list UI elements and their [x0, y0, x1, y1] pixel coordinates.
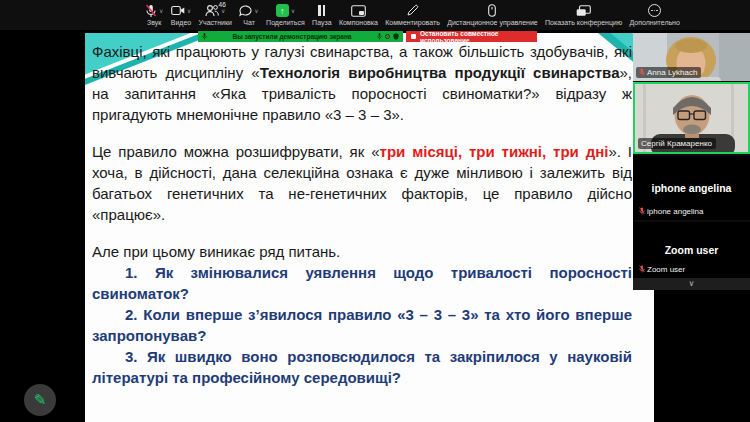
more-label: Дополнительно [630, 19, 680, 26]
layout-label: Компоновка [339, 19, 378, 26]
annotate-pencil-icon [406, 4, 419, 17]
remote-control-mouse-icon [488, 4, 496, 17]
remote-control-label: Дистанционное управление [447, 19, 538, 26]
muted-mic-icon [639, 265, 645, 273]
participants-button[interactable]: 46 ∨ Участники [199, 3, 232, 26]
share-label: Поделиться [266, 19, 305, 26]
stop-icon [411, 34, 416, 39]
annotate-fab-button[interactable]: ✎ [24, 384, 56, 416]
paragraph-text: Але при цьому виникає ряд питань. [92, 243, 340, 260]
zoom-meeting-window: ∨ Звук ∨ Видео 46 [0, 0, 750, 422]
share-button[interactable]: ↑ ∨ Поделиться [266, 3, 305, 26]
pause-button[interactable]: Пауза [312, 3, 331, 26]
participant-tile[interactable]: Zoom user Zoom user [633, 222, 750, 278]
pencil-icon: ✎ [34, 391, 47, 409]
more-button[interactable]: Дополнительно [630, 3, 680, 26]
sharing-status-banner: Вы запустили демонстрацию экрана [198, 31, 403, 42]
paragraph-red-text: три місяці, три тижні, три дні [380, 143, 609, 160]
chat-label: Чат [243, 19, 255, 26]
show-conference-button[interactable]: Показать конференцию [545, 3, 622, 26]
share-screen-icon: ↑ [276, 4, 289, 17]
chevron-down-icon: ∨ [689, 280, 695, 288]
chevron-down-icon[interactable]: ∨ [159, 8, 163, 14]
pause-icon [318, 5, 325, 16]
annotate-button[interactable]: Комментировать [385, 3, 440, 26]
mic-icon [202, 33, 207, 40]
sidebar-scroll-more[interactable]: ∨ [633, 278, 750, 290]
shared-screen-slide: Фахівці, які працюють у галузі свинарств… [85, 33, 654, 422]
paragraph-bold-text: Технологія виробництва продукції свинарс… [260, 64, 620, 81]
muted-mic-icon [639, 207, 645, 215]
participant-name-label: Anna Lykhach [636, 67, 701, 79]
paragraph: Фахівці, які працюють у галузі свинарств… [92, 41, 632, 125]
participants-label: Участники [199, 19, 232, 26]
chat-icon [239, 5, 252, 17]
paragraph-text: Це правило можна розшифрувати, як « [92, 143, 380, 160]
meeting-toolbar: ∨ Звук ∨ Видео 46 [0, 0, 750, 30]
participants-sidebar: Anna Lykhach Сергій Крамаренко [633, 33, 750, 290]
chevron-down-icon[interactable]: ∨ [254, 8, 258, 14]
stop-sharing-button[interactable]: Остановить совместное использование [406, 31, 537, 42]
mute-label: Звук [147, 19, 161, 26]
question-text: 3. Як швидко воно розповсюдилося та закр… [92, 348, 632, 386]
question-item: 1. Як змінювалися уявлення щодо тривалос… [92, 262, 632, 304]
show-conference-label: Показать конференцию [545, 19, 622, 26]
show-conference-icon [576, 5, 591, 17]
sharing-banner-text: Вы запустили демонстрацию экрана [210, 33, 374, 40]
question-item: 2. Коли вперше з’явилося правило «3 – 3 … [92, 304, 632, 346]
participants-count-badge: 46 [219, 1, 226, 8]
pause-label: Пауза [312, 19, 331, 26]
mute-button[interactable]: ∨ Звук [145, 3, 163, 26]
video-label: Видео [171, 19, 191, 26]
mic-small-icon[interactable] [377, 33, 382, 40]
paragraph: Але при цьому виникає ряд питань. [92, 241, 632, 262]
question-text: 1. Як змінювалися уявлення щодо тривалос… [92, 264, 632, 302]
annotate-label: Комментировать [385, 19, 440, 26]
video-button[interactable]: ∨ Видео [171, 3, 191, 26]
more-icon [648, 4, 661, 17]
question-item: 3. Як швидко воно розповсюдилося та закр… [92, 346, 632, 388]
question-text: 2. Коли вперше з’явилося правило «3 – 3 … [92, 306, 632, 344]
mic-muted-icon [145, 4, 157, 18]
participant-name: iphone angelina [647, 207, 704, 216]
document-text: Фахівці, які працюють у галузі свинарств… [92, 41, 632, 388]
muted-mic-icon [639, 68, 645, 76]
participants-icon [205, 4, 219, 17]
camera-icon [171, 5, 185, 16]
participant-name-label: Сергій Крамаренко [638, 138, 716, 150]
participant-tile[interactable]: Anna Lykhach [633, 33, 750, 81]
record-icon[interactable] [385, 34, 390, 39]
chevron-down-icon[interactable]: ∨ [221, 8, 225, 14]
chevron-down-icon[interactable]: ∨ [187, 8, 191, 14]
participant-tile[interactable]: iphone angelina iphone angelina [633, 156, 750, 220]
layout-button[interactable]: Компоновка [339, 3, 378, 26]
participant-name: Сергій Крамаренко [641, 139, 712, 148]
shield-icon[interactable] [393, 33, 399, 40]
participant-name: Anna Lykhach [647, 68, 697, 77]
participant-name-label: iphone angelina [636, 206, 708, 218]
remote-control-button[interactable]: Дистанционное управление [447, 3, 538, 26]
participant-name: Zoom user [647, 265, 685, 274]
chat-button[interactable]: ∨ Чат [239, 3, 258, 26]
participant-tile-active-speaker[interactable]: Сергій Крамаренко [633, 82, 750, 154]
participant-name-label: Zoom user [636, 264, 689, 276]
stop-sharing-label: Остановить совместное использование [420, 30, 532, 44]
chevron-down-icon[interactable]: ∨ [291, 8, 295, 14]
paragraph: Це правило можна розшифрувати, як «три м… [92, 141, 632, 225]
layout-icon [351, 5, 366, 17]
